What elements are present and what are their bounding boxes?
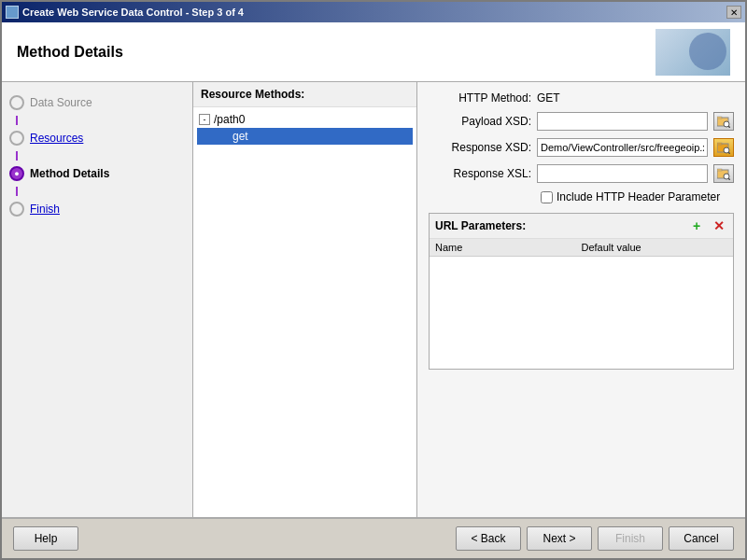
window-title: Create Web Service Data Control - Step 3… [22, 7, 244, 18]
payload-xsd-row: Payload XSD: [429, 112, 734, 131]
step-connector-1 [16, 116, 18, 125]
footer-right: < Back Next > Finish Cancel [456, 526, 734, 551]
svg-line-7 [728, 152, 730, 154]
payload-xsd-label: Payload XSD: [429, 115, 531, 128]
add-parameter-button[interactable]: + [688, 217, 705, 234]
title-icon [6, 6, 19, 19]
http-method-label: HTTP Method: [429, 91, 531, 105]
tree-label-get: get [233, 130, 248, 143]
params-table-header: Name Default value [430, 239, 733, 257]
tree-label-path0: /path0 [214, 113, 245, 126]
page-title: Method Details [17, 44, 123, 61]
include-http-checkbox[interactable] [541, 191, 553, 203]
step-method-details: ● Method Details [9, 164, 185, 183]
payload-xsd-browse-button[interactable] [713, 112, 734, 131]
header-graphic [655, 29, 730, 76]
folder-search-icon-3 [717, 167, 730, 180]
response-xsl-label: Response XSL: [429, 167, 531, 180]
step-label-method-details: Method Details [30, 167, 109, 180]
response-xsl-browse-button[interactable] [713, 164, 734, 183]
resource-methods-panel: Resource Methods: - /path0 get [193, 82, 417, 517]
footer: Help < Back Next > Finish Cancel [2, 517, 745, 558]
wizard-steps: Data Source Resources ● Method Details [9, 90, 185, 218]
payload-xsd-input[interactable] [537, 112, 708, 131]
params-table-body [430, 257, 733, 369]
url-parameters-table: Name Default value [430, 239, 733, 369]
form-panel: HTTP Method: GET Payload XSD: R [417, 82, 745, 517]
svg-line-3 [728, 126, 730, 128]
main-content: Data Source Resources ● Method Details [2, 82, 745, 517]
tree-item-path0[interactable]: - /path0 [197, 111, 413, 128]
url-parameters-header: URL Parameters: + ✕ [430, 214, 733, 239]
url-parameters-title: URL Parameters: [435, 219, 683, 232]
include-http-label: Include HTTP Header Parameter [557, 190, 720, 203]
step-indicator-data-source [9, 95, 24, 110]
tree-item-get[interactable]: get [197, 128, 413, 145]
step-data-source: Data Source [9, 93, 185, 112]
help-button[interactable]: Help [13, 526, 78, 551]
page-header: Method Details [2, 22, 745, 82]
step-connector-3 [16, 187, 18, 196]
tree-toggle-path0[interactable]: - [199, 114, 210, 125]
http-method-value: GET [537, 91, 560, 105]
http-method-row: HTTP Method: GET [429, 91, 734, 105]
next-button[interactable]: Next > [527, 526, 592, 551]
svg-line-11 [728, 178, 730, 180]
main-window: Create Web Service Data Control - Step 3… [0, 0, 747, 560]
col-name: Name [435, 242, 582, 253]
resource-methods-tree[interactable]: - /path0 get [193, 107, 416, 517]
resource-methods-header: Resource Methods: [193, 82, 416, 107]
step-indicator-finish [9, 202, 24, 217]
svg-rect-1 [717, 117, 722, 119]
finish-button[interactable]: Finish [598, 526, 663, 551]
remove-parameter-button[interactable]: ✕ [711, 217, 727, 234]
svg-rect-5 [717, 143, 722, 145]
cancel-button[interactable]: Cancel [669, 526, 734, 551]
step-indicator-resources [9, 131, 24, 146]
wizard-panel: Data Source Resources ● Method Details [2, 82, 193, 517]
step-label-resources[interactable]: Resources [30, 132, 83, 145]
footer-left: Help [13, 526, 78, 551]
response-xsl-input[interactable] [537, 164, 708, 183]
step-resources[interactable]: Resources [9, 129, 185, 147]
folder-search-icon-2 [717, 141, 730, 154]
step-connector-2 [16, 151, 18, 161]
folder-search-icon [717, 115, 730, 128]
response-xsd-input[interactable] [537, 138, 708, 157]
step-label-data-source: Data Source [30, 96, 92, 109]
url-parameters-section: URL Parameters: + ✕ Name Default value [429, 213, 734, 370]
response-xsd-row: Response XSD: [429, 138, 734, 157]
col-default-value: Default value [582, 242, 728, 253]
back-button[interactable]: < Back [456, 526, 521, 551]
step-finish[interactable]: Finish [9, 200, 185, 218]
step-label-finish[interactable]: Finish [30, 203, 60, 216]
response-xsd-label: Response XSD: [429, 141, 531, 154]
response-xsd-browse-button[interactable] [713, 138, 734, 157]
title-bar: Create Web Service Data Control - Step 3… [2, 2, 745, 22]
response-xsl-row: Response XSL: [429, 164, 734, 183]
svg-rect-9 [717, 169, 722, 171]
include-http-row: Include HTTP Header Parameter [429, 190, 734, 203]
step-indicator-method-details: ● [9, 166, 24, 181]
close-button[interactable]: ✕ [726, 6, 741, 19]
